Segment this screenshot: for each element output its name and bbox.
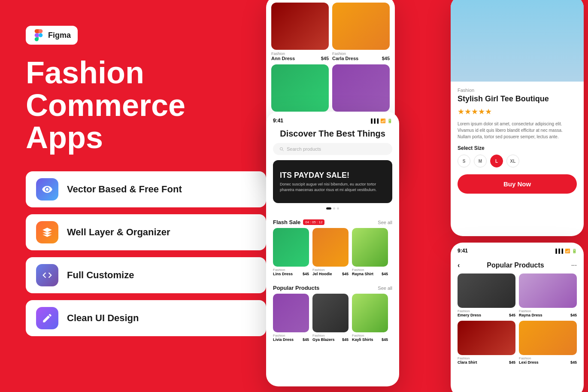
p4-cat-2: Fashion <box>458 356 515 360</box>
popular-cat-2: Fashion <box>352 334 388 337</box>
p4-price-3: $45 <box>570 360 577 365</box>
feature-icon-vector <box>36 178 58 201</box>
design-icon <box>42 313 53 324</box>
p4-np-2: Clara Shirt $45 <box>458 360 515 365</box>
phone4-grid: Fashion Emery Dress $45 Fashion Rayna Dr… <box>451 273 584 365</box>
phone4-back-icon[interactable]: ‹ <box>458 261 460 269</box>
flash-np-1: Jel Hoodie $45 <box>312 272 349 276</box>
flash-sale-products: Fashion Lins Dress $45 Fashion Jel Hoodi… <box>266 228 399 276</box>
p4-img-2 <box>458 321 515 355</box>
phone1-cat-1: Fashion <box>332 52 390 56</box>
phone4-title: Popular Products <box>487 261 544 269</box>
p4-np-3: Lexi Dress $45 <box>519 360 577 365</box>
popular-price-1: $45 <box>342 337 349 342</box>
phone3-content: Fashion Stylish Girl Tee Boutique ★★★★★ … <box>451 82 584 200</box>
phone3-description: Lorem ipsum dolor sit amet, consectetur … <box>458 121 577 140</box>
popular-np-0: Livia Dress $45 <box>273 337 309 342</box>
flash-img-2 <box>352 228 388 267</box>
size-btn-l[interactable]: L <box>490 155 503 167</box>
flash-cat-2: Fashion <box>352 268 388 272</box>
feature-item-ui: Clean UI Design <box>26 300 266 336</box>
phone2-search-placeholder: Search products <box>287 146 321 152</box>
flash-sale-see-all[interactable]: See all <box>378 220 392 225</box>
p4-price-0: $45 <box>509 313 515 317</box>
p4-np-0: Emery Dress $45 <box>458 313 515 317</box>
popular-price-2: $45 <box>382 337 388 342</box>
popular-cat-1: Fashion <box>312 334 349 337</box>
phone1-name-0: Ann Dress <box>271 56 295 61</box>
phone1-np-1: Carla Dress $45 <box>332 56 390 61</box>
p4-name-2: Clara Shirt <box>458 360 477 365</box>
popular-product-1: Fashion Gya Blazers $45 <box>312 294 349 342</box>
flash-np-2: Rayna Shirt $45 <box>352 272 388 276</box>
phone-3: Fashion Stylish Girl Tee Boutique ★★★★★ … <box>451 0 584 236</box>
flash-img-1 <box>312 228 349 267</box>
phone1-cat-0: Fashion <box>271 52 329 56</box>
phone4-more-icon[interactable]: ··· <box>571 261 577 269</box>
phone1-price-1: $45 <box>382 56 390 61</box>
phone3-size-label: Select Size <box>458 145 577 151</box>
p4-img-0 <box>458 273 515 308</box>
flash-price-1: $45 <box>342 272 349 276</box>
popular-products: Fashion Livia Dress $45 Fashion Gya Blaz… <box>266 294 399 342</box>
main-title: Fashion Commerce Apps <box>26 57 266 154</box>
features-list: Vector Based & Free Font Well Layer & Or… <box>26 171 266 336</box>
phone2-header: 9:41 ▐▐▐ 📶 🔋 Discover The Best Things Se… <box>266 112 399 216</box>
p4-cat-1: Fashion <box>519 309 577 313</box>
popular-price-0: $45 <box>303 337 309 342</box>
dot-3 <box>337 207 339 210</box>
p4-name-0: Emery Dress <box>458 313 481 317</box>
phones-area: Fashion Ann Dress $45 Fashion Carla Dres… <box>253 0 588 392</box>
battery-icon: 🔋 <box>387 119 392 123</box>
p4-name-3: Lexi Dress <box>519 360 539 365</box>
phone1-product-0: Fashion Ann Dress $45 <box>271 3 329 61</box>
feature-text-customize: Full Customize <box>67 270 134 281</box>
wifi-icon: 📶 <box>380 119 385 123</box>
size-btn-xl[interactable]: XL <box>506 155 519 167</box>
code-icon <box>42 270 53 281</box>
popular-img-0 <box>273 294 309 332</box>
p4-signal-icon: ▐▐▐ <box>554 249 563 253</box>
flash-product-0: Fashion Lins Dress $45 <box>273 228 309 276</box>
p4-price-2: $45 <box>509 360 515 365</box>
feature-icon-layer <box>36 221 58 243</box>
phone1-img-1 <box>332 3 390 50</box>
feature-icon-ui <box>36 307 58 329</box>
p4-wifi-icon: 📶 <box>565 249 570 253</box>
phone1-price-0: $45 <box>321 56 329 61</box>
phone2-banner: ITS PAYDAY SALE! Donec suscipit augue ve… <box>273 160 392 203</box>
dot-2 <box>333 207 335 210</box>
flash-sale-timer: 04 : 05 : 12 <box>303 219 324 225</box>
popular-name-2: Kayli Shirts <box>352 337 373 342</box>
popular-name-0: Livia Dress <box>273 337 294 342</box>
flash-product-2: Fashion Rayna Shirt $45 <box>352 228 388 276</box>
phone1-np-0: Ann Dress $45 <box>271 56 329 61</box>
phone2-dots <box>273 207 392 210</box>
phone4-status-icons: ▐▐▐ 📶 🔋 <box>554 249 577 253</box>
size-btn-m[interactable]: M <box>474 155 487 167</box>
p4-battery-icon: 🔋 <box>572 249 577 253</box>
flash-name-1: Jel Hoodie <box>312 272 332 276</box>
phone2-search-bar[interactable]: Search products <box>273 143 392 155</box>
dot-1 <box>326 207 331 210</box>
flash-price-0: $45 <box>303 272 309 276</box>
phone1-img-2 <box>271 64 329 112</box>
size-btn-s[interactable]: S <box>458 155 470 167</box>
phone3-product-name: Stylish Girl Tee Boutique <box>458 94 577 103</box>
popular-see-all[interactable]: See all <box>378 286 392 291</box>
flash-name-2: Rayna Shirt <box>352 272 373 276</box>
p4-img-3 <box>519 321 577 355</box>
p4-card-2: Fashion Clara Shirt $45 <box>458 321 515 365</box>
phone1-img-3 <box>332 64 390 112</box>
popular-img-1 <box>312 294 349 332</box>
feature-icon-customize <box>36 264 58 286</box>
phone2-title: Discover The Best Things <box>273 129 392 139</box>
eye-icon <box>42 184 53 195</box>
p4-card-1: Fashion Rayna Dress $45 <box>519 273 577 317</box>
buy-now-button[interactable]: Buy Now <box>458 174 577 194</box>
figma-badge: Figma <box>26 26 78 45</box>
figma-label: Figma <box>48 31 71 40</box>
flash-name-0: Lins Dress <box>273 272 293 276</box>
phone4-header: 9:41 ▐▐▐ 📶 🔋 <box>451 243 584 261</box>
feature-text-vector: Vector Based & Free Font <box>67 184 182 195</box>
